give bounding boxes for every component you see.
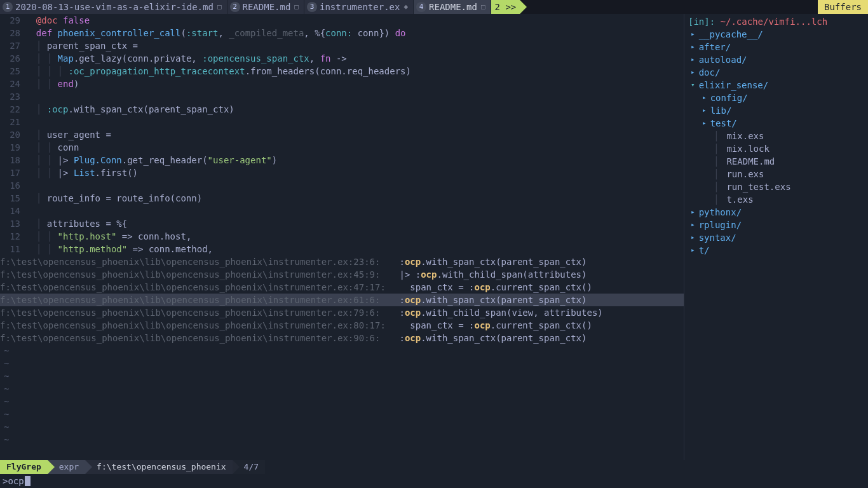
tree-folder[interactable]: ▸doc/: [688, 66, 864, 79]
chevron-right-icon: ▸: [691, 219, 695, 231]
tab-label: 2020-08-13-use-vim-as-a-elixir-ide.md: [15, 1, 214, 13]
tree-folder[interactable]: ▸pythonx/: [688, 206, 864, 219]
flygrep-results[interactable]: f:\test\opencensus_phoenix\lib\opencensu…: [0, 255, 684, 344]
tab-number-icon: 4: [416, 2, 426, 12]
tree-file[interactable]: │run.exs: [688, 168, 864, 180]
modified-icon: ◆: [403, 1, 408, 13]
tab-label: README.md: [429, 1, 477, 13]
tree-item-label: elixir_sense/: [699, 79, 769, 92]
tree-item-label: __pycache__/: [699, 28, 763, 41]
tab-number-icon: 2: [230, 2, 240, 12]
tree-item-label: mix.exs: [726, 130, 764, 142]
tree-item-label: test/: [710, 117, 737, 130]
status-count: 4/7: [233, 460, 265, 474]
modified-icon: □: [481, 1, 485, 13]
chevron-right-icon: ▸: [691, 53, 695, 66]
tab-label: instrumenter.ex: [320, 1, 400, 13]
chevron-down-icon: ▾: [691, 79, 695, 92]
tabs-overflow[interactable]: 2 >>: [491, 0, 521, 14]
tree-file[interactable]: │mix.exs: [688, 130, 864, 142]
sidebar-path-header: [in]: ~/.cache/vimfi...lch: [688, 15, 864, 28]
chevron-right-icon: ▸: [702, 117, 707, 130]
status-mode: FlyGrep: [0, 460, 48, 474]
cmdline-input: ocp: [8, 475, 24, 487]
line-number-gutter: 29282726252423222120191817161514131211: [0, 14, 25, 255]
cursor-icon: [25, 476, 31, 486]
status-path-label: f:\test\opencensus_phoenix: [97, 461, 226, 473]
empty-lines: ~~~~~~~~: [0, 344, 684, 446]
chevron-right-icon: ▸: [691, 206, 695, 219]
tree-folder[interactable]: ▸autoload/: [688, 53, 864, 66]
grep-result-row[interactable]: f:\test\opencensus_phoenix\lib\opencensu…: [0, 319, 684, 332]
chevron-right-icon: ▸: [702, 104, 707, 117]
status-count-label: 4/7: [244, 461, 259, 473]
tree-item-label: rplugin/: [699, 219, 742, 231]
tree-folder[interactable]: ▸__pycache__/: [688, 28, 864, 41]
tree-item-label: doc/: [699, 66, 721, 79]
tab-number-icon: 3: [307, 2, 317, 12]
tree-file[interactable]: │t.exs: [688, 193, 864, 206]
grep-result-row[interactable]: f:\test\opencensus_phoenix\lib\opencensu…: [0, 306, 684, 319]
tree-folder[interactable]: ▸syntax/: [688, 231, 864, 244]
tab-2[interactable]: 2README.md□: [227, 0, 304, 14]
chevron-right-icon: ▸: [691, 41, 695, 53]
status-mode-label: FlyGrep: [6, 461, 41, 473]
tab-bar: 12020-08-13-use-vim-as-a-elixir-ide.md□ …: [0, 0, 868, 14]
grep-result-row[interactable]: f:\test\opencensus_phoenix\lib\opencensu…: [0, 294, 684, 306]
tree-item-label: autoload/: [699, 53, 747, 66]
tree-folder[interactable]: ▸after/: [688, 41, 864, 53]
tree-item-label: run.exs: [726, 168, 764, 180]
grep-result-row[interactable]: f:\test\opencensus_phoenix\lib\opencensu…: [0, 281, 684, 294]
chevron-right-icon: ▸: [702, 92, 707, 104]
modified-icon: □: [294, 1, 299, 13]
tree-folder[interactable]: ▸lib/: [688, 104, 864, 117]
chevron-right-icon: ▸: [691, 244, 695, 257]
tab-3[interactable]: 3instrumenter.ex◆: [304, 0, 414, 14]
tabs-overflow-label: 2 >>: [495, 1, 517, 13]
tree-item-label: run_test.exs: [726, 180, 790, 193]
tree-folder[interactable]: ▸config/: [688, 92, 864, 104]
sidebar-path: ~/.cache/vimfi...lch: [721, 17, 828, 27]
grep-result-row[interactable]: f:\test\opencensus_phoenix\lib\opencensu…: [0, 255, 684, 268]
tree-folder[interactable]: ▸test/: [688, 117, 864, 130]
tree-folder[interactable]: ▸rplugin/: [688, 219, 864, 231]
tree-item-label: README.md: [726, 155, 775, 168]
code-content: @doc false def phoenix_controller_call(:…: [25, 14, 684, 255]
chevron-right-icon: ▸: [691, 28, 695, 41]
chevron-right-icon: ▸: [691, 66, 695, 79]
tab-number-icon: 1: [3, 2, 13, 12]
tree-item-label: mix.lock: [726, 142, 769, 155]
tab-label: README.md: [243, 1, 291, 13]
tree-folder[interactable]: ▾elixir_sense/: [688, 79, 864, 92]
command-line[interactable]: > ocp: [0, 474, 868, 488]
tree-item-label: t.exs: [726, 193, 753, 206]
status-path: f:\test\opencensus_phoenix: [85, 460, 233, 474]
tree-file[interactable]: │mix.lock: [688, 142, 864, 155]
cmdline-prompt: >: [3, 475, 8, 487]
tree-item-label: after/: [699, 41, 731, 53]
tree-file[interactable]: │run_test.exs: [688, 180, 864, 193]
tree-folder[interactable]: ▸t/: [688, 244, 864, 257]
tree-item-label: config/: [710, 92, 748, 104]
tree-item-label: t/: [699, 244, 710, 257]
status-bar: FlyGrep expr f:\test\opencensus_phoenix …: [0, 460, 868, 474]
tree-item-label: syntax/: [699, 231, 736, 244]
grep-result-row[interactable]: f:\test\opencensus_phoenix\lib\opencensu…: [0, 268, 684, 281]
tree-item-label: lib/: [710, 104, 732, 117]
tab-1[interactable]: 12020-08-13-use-vim-as-a-elixir-ide.md□: [0, 0, 227, 14]
grep-result-row[interactable]: f:\test\opencensus_phoenix\lib\opencensu…: [0, 332, 684, 344]
tab-4[interactable]: 4README.md□: [414, 0, 491, 14]
sidebar-in-label: [in]:: [688, 17, 721, 27]
status-expr-label: expr: [59, 461, 79, 473]
editor-pane[interactable]: 29282726252423222120191817161514131211 @…: [0, 14, 684, 255]
file-tree-sidebar[interactable]: [in]: ~/.cache/vimfi...lch ▸__pycache__/…: [684, 14, 868, 460]
tree-item-label: pythonx/: [699, 206, 742, 219]
tree-file[interactable]: │README.md: [688, 155, 864, 168]
buffers-button[interactable]: Buffers: [818, 0, 868, 14]
chevron-right-icon: ▸: [691, 231, 695, 244]
buffers-label: Buffers: [824, 1, 862, 13]
modified-icon: □: [217, 1, 222, 13]
